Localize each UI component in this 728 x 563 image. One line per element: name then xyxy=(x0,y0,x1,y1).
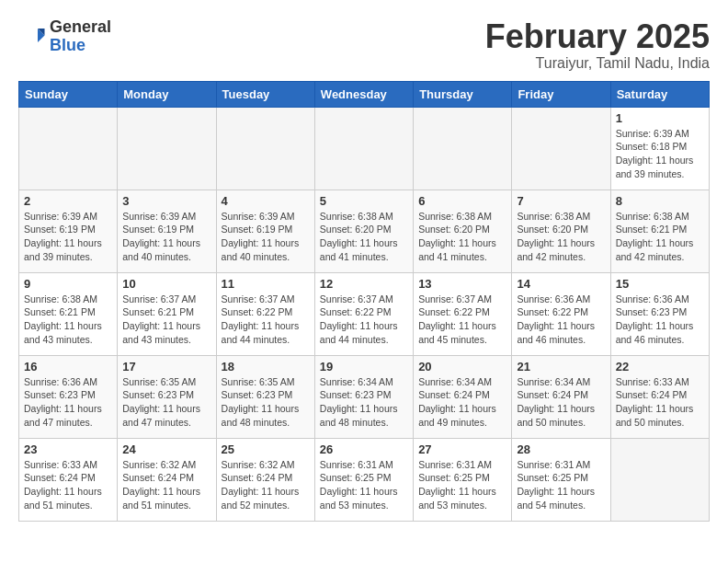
day-info: Sunrise: 6:38 AM Sunset: 6:21 PM Dayligh… xyxy=(24,293,112,347)
day-number: 15 xyxy=(616,277,704,291)
calendar-cell: 16Sunrise: 6:36 AM Sunset: 6:23 PM Dayli… xyxy=(19,355,118,438)
day-info: Sunrise: 6:33 AM Sunset: 6:24 PM Dayligh… xyxy=(24,458,112,512)
calendar-cell: 9Sunrise: 6:38 AM Sunset: 6:21 PM Daylig… xyxy=(19,272,118,355)
calendar-subtitle: Turaiyur, Tamil Nadu, India xyxy=(485,55,710,72)
day-number: 20 xyxy=(418,360,506,373)
day-number: 8 xyxy=(616,194,704,208)
day-number: 10 xyxy=(122,277,210,291)
calendar-cell: 23Sunrise: 6:33 AM Sunset: 6:24 PM Dayli… xyxy=(19,438,118,521)
logo-general-text: General xyxy=(50,18,111,37)
day-info: Sunrise: 6:33 AM Sunset: 6:24 PM Dayligh… xyxy=(616,375,704,430)
calendar-cell: 6Sunrise: 6:38 AM Sunset: 6:20 PM Daylig… xyxy=(414,190,512,272)
day-number: 28 xyxy=(517,442,605,456)
calendar-cell: 1Sunrise: 6:39 AM Sunset: 6:18 PM Daylig… xyxy=(610,107,709,190)
day-number: 2 xyxy=(24,194,112,208)
day-info: Sunrise: 6:38 AM Sunset: 6:21 PM Dayligh… xyxy=(616,210,704,264)
day-info: Sunrise: 6:35 AM Sunset: 6:23 PM Dayligh… xyxy=(122,375,210,430)
day-info: Sunrise: 6:37 AM Sunset: 6:22 PM Dayligh… xyxy=(222,293,310,347)
calendar-cell: 11Sunrise: 6:37 AM Sunset: 6:22 PM Dayli… xyxy=(216,272,314,355)
day-number: 17 xyxy=(122,360,210,373)
calendar-cell: 8Sunrise: 6:38 AM Sunset: 6:21 PM Daylig… xyxy=(610,190,709,272)
calendar-cell xyxy=(19,107,118,190)
calendar-cell: 28Sunrise: 6:31 AM Sunset: 6:25 PM Dayli… xyxy=(512,438,610,521)
day-number: 6 xyxy=(418,194,506,208)
calendar-cell: 12Sunrise: 6:37 AM Sunset: 6:22 PM Dayli… xyxy=(314,272,413,355)
calendar-week-row: 2Sunrise: 6:39 AM Sunset: 6:19 PM Daylig… xyxy=(19,190,710,272)
calendar-cell: 17Sunrise: 6:35 AM Sunset: 6:23 PM Dayli… xyxy=(118,355,216,438)
day-info: Sunrise: 6:36 AM Sunset: 6:23 PM Dayligh… xyxy=(616,293,704,347)
day-info: Sunrise: 6:36 AM Sunset: 6:22 PM Dayligh… xyxy=(517,293,605,347)
day-number: 14 xyxy=(517,277,605,291)
day-number: 7 xyxy=(517,194,605,208)
calendar-cell: 2Sunrise: 6:39 AM Sunset: 6:19 PM Daylig… xyxy=(19,190,118,272)
day-info: Sunrise: 6:35 AM Sunset: 6:23 PM Dayligh… xyxy=(222,375,310,430)
day-number: 24 xyxy=(122,442,210,456)
day-info: Sunrise: 6:34 AM Sunset: 6:23 PM Dayligh… xyxy=(320,375,408,430)
calendar-day-header: Friday xyxy=(512,81,610,107)
day-number: 23 xyxy=(24,442,112,456)
day-number: 21 xyxy=(517,360,605,373)
day-info: Sunrise: 6:37 AM Sunset: 6:21 PM Dayligh… xyxy=(122,293,210,347)
day-info: Sunrise: 6:34 AM Sunset: 6:24 PM Dayligh… xyxy=(517,375,605,430)
day-info: Sunrise: 6:31 AM Sunset: 6:25 PM Dayligh… xyxy=(418,458,506,512)
calendar-cell: 26Sunrise: 6:31 AM Sunset: 6:25 PM Dayli… xyxy=(314,438,413,521)
day-number: 1 xyxy=(616,111,704,125)
calendar-cell: 24Sunrise: 6:32 AM Sunset: 6:24 PM Dayli… xyxy=(118,438,216,521)
logo-blue-text: Blue xyxy=(50,37,111,55)
calendar-table: SundayMondayTuesdayWednesdayThursdayFrid… xyxy=(18,81,710,522)
day-number: 11 xyxy=(222,277,310,291)
calendar-week-row: 1Sunrise: 6:39 AM Sunset: 6:18 PM Daylig… xyxy=(19,107,710,190)
calendar-cell: 25Sunrise: 6:32 AM Sunset: 6:24 PM Dayli… xyxy=(216,438,314,521)
calendar-cell xyxy=(118,107,216,190)
day-number: 26 xyxy=(320,442,408,456)
day-number: 19 xyxy=(320,360,408,373)
logo: General Blue xyxy=(18,18,111,55)
logo-icon xyxy=(18,23,46,51)
day-info: Sunrise: 6:38 AM Sunset: 6:20 PM Dayligh… xyxy=(320,210,408,264)
day-number: 18 xyxy=(222,360,310,373)
day-number: 9 xyxy=(24,277,112,291)
day-number: 27 xyxy=(418,442,506,456)
calendar-cell: 13Sunrise: 6:37 AM Sunset: 6:22 PM Dayli… xyxy=(414,272,512,355)
calendar-cell xyxy=(512,107,610,190)
day-info: Sunrise: 6:36 AM Sunset: 6:23 PM Dayligh… xyxy=(24,375,112,430)
calendar-cell xyxy=(314,107,413,190)
day-info: Sunrise: 6:34 AM Sunset: 6:24 PM Dayligh… xyxy=(418,375,506,430)
day-number: 12 xyxy=(320,277,408,291)
day-info: Sunrise: 6:32 AM Sunset: 6:24 PM Dayligh… xyxy=(122,458,210,512)
calendar-cell: 5Sunrise: 6:38 AM Sunset: 6:20 PM Daylig… xyxy=(314,190,413,272)
calendar-day-header: Tuesday xyxy=(216,81,314,107)
day-number: 5 xyxy=(320,194,408,208)
day-info: Sunrise: 6:31 AM Sunset: 6:25 PM Dayligh… xyxy=(320,458,408,512)
calendar-cell xyxy=(414,107,512,190)
day-info: Sunrise: 6:38 AM Sunset: 6:20 PM Dayligh… xyxy=(517,210,605,264)
calendar-cell: 21Sunrise: 6:34 AM Sunset: 6:24 PM Dayli… xyxy=(512,355,610,438)
day-number: 22 xyxy=(616,360,704,373)
calendar-day-header: Wednesday xyxy=(314,81,413,107)
day-info: Sunrise: 6:37 AM Sunset: 6:22 PM Dayligh… xyxy=(418,293,506,347)
logo-text: General Blue xyxy=(50,18,111,55)
calendar-title: February 2025 xyxy=(485,18,710,55)
day-info: Sunrise: 6:38 AM Sunset: 6:20 PM Dayligh… xyxy=(418,210,506,264)
day-number: 13 xyxy=(418,277,506,291)
day-info: Sunrise: 6:39 AM Sunset: 6:18 PM Dayligh… xyxy=(616,127,704,181)
day-number: 25 xyxy=(222,442,310,456)
day-info: Sunrise: 6:32 AM Sunset: 6:24 PM Dayligh… xyxy=(222,458,310,512)
calendar-cell: 15Sunrise: 6:36 AM Sunset: 6:23 PM Dayli… xyxy=(610,272,709,355)
calendar-cell: 14Sunrise: 6:36 AM Sunset: 6:22 PM Dayli… xyxy=(512,272,610,355)
title-block: February 2025 Turaiyur, Tamil Nadu, Indi… xyxy=(485,18,710,72)
day-number: 3 xyxy=(122,194,210,208)
calendar-day-header: Saturday xyxy=(610,81,709,107)
calendar-header-row: SundayMondayTuesdayWednesdayThursdayFrid… xyxy=(19,81,710,107)
calendar-cell: 20Sunrise: 6:34 AM Sunset: 6:24 PM Dayli… xyxy=(414,355,512,438)
calendar-cell: 22Sunrise: 6:33 AM Sunset: 6:24 PM Dayli… xyxy=(610,355,709,438)
calendar-cell: 7Sunrise: 6:38 AM Sunset: 6:20 PM Daylig… xyxy=(512,190,610,272)
calendar-day-header: Sunday xyxy=(19,81,118,107)
day-number: 16 xyxy=(24,360,112,373)
day-info: Sunrise: 6:37 AM Sunset: 6:22 PM Dayligh… xyxy=(320,293,408,347)
calendar-cell: 18Sunrise: 6:35 AM Sunset: 6:23 PM Dayli… xyxy=(216,355,314,438)
day-info: Sunrise: 6:39 AM Sunset: 6:19 PM Dayligh… xyxy=(122,210,210,264)
calendar-week-row: 9Sunrise: 6:38 AM Sunset: 6:21 PM Daylig… xyxy=(19,272,710,355)
calendar-cell xyxy=(610,438,709,521)
day-info: Sunrise: 6:39 AM Sunset: 6:19 PM Dayligh… xyxy=(222,210,310,264)
